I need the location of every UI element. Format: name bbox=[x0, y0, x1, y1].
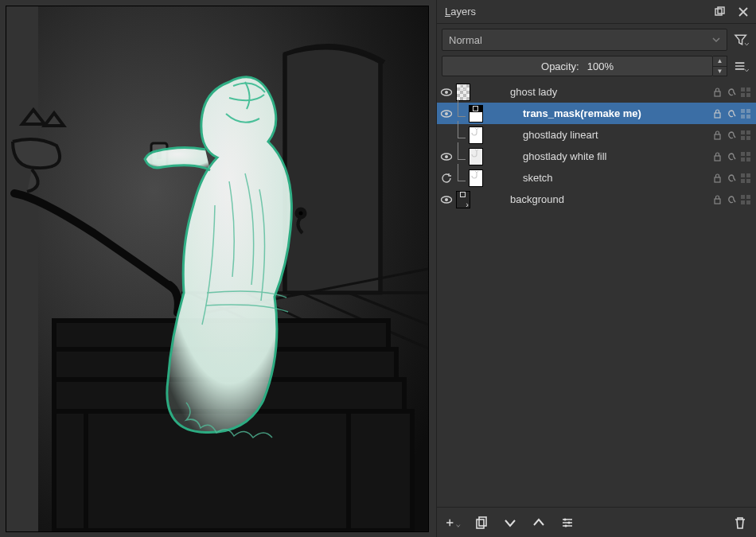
layer-visibility-toggle[interactable] bbox=[437, 86, 456, 99]
duplicate-layer-button[interactable] bbox=[473, 515, 489, 531]
lock-toggle[interactable] bbox=[710, 87, 724, 97]
svg-rect-43 bbox=[741, 173, 745, 177]
svg-point-48 bbox=[445, 198, 448, 201]
layer-decorator-icon bbox=[460, 84, 466, 90]
svg-rect-53 bbox=[746, 200, 750, 204]
lock-toggle[interactable] bbox=[710, 194, 724, 204]
filter-button[interactable] bbox=[734, 33, 750, 47]
layer-visibility-toggle[interactable] bbox=[437, 193, 456, 206]
reload-icon bbox=[441, 173, 452, 184]
delete-layer-button[interactable] bbox=[732, 515, 748, 531]
move-layer-up-button[interactable] bbox=[531, 515, 547, 531]
opacity-slider[interactable]: Opacity: 100% bbox=[442, 56, 713, 76]
layer-name[interactable]: sketch bbox=[504, 172, 710, 184]
thumbnail-mode-toggle[interactable] bbox=[738, 194, 753, 205]
close-icon bbox=[738, 6, 749, 18]
svg-rect-19 bbox=[741, 88, 745, 91]
svg-rect-46 bbox=[746, 179, 750, 183]
svg-point-58 bbox=[564, 524, 567, 527]
svg-rect-15 bbox=[718, 7, 724, 14]
close-panel-button[interactable] bbox=[735, 4, 751, 20]
svg-rect-41 bbox=[746, 158, 750, 161]
svg-rect-29 bbox=[746, 115, 750, 119]
layer-name[interactable]: ghost lady bbox=[504, 86, 710, 98]
alpha-inherit-toggle[interactable] bbox=[724, 194, 738, 205]
thumbnail-mode-toggle[interactable] bbox=[738, 108, 753, 119]
expand-chevron-icon[interactable]: › bbox=[466, 200, 469, 209]
spin-up-icon[interactable]: ▲ bbox=[713, 56, 727, 67]
svg-rect-55 bbox=[479, 517, 486, 526]
thumbnail-mode-toggle[interactable] bbox=[738, 130, 753, 141]
svg-rect-25 bbox=[715, 113, 720, 118]
lock-toggle[interactable] bbox=[710, 151, 724, 161]
svg-rect-50 bbox=[741, 195, 745, 199]
layer-reload-toggle[interactable] bbox=[437, 173, 456, 184]
alpha-inherit-toggle[interactable] bbox=[724, 173, 738, 184]
blend-mode-select[interactable]: Normal bbox=[442, 29, 727, 51]
artwork bbox=[6, 6, 428, 531]
alpha-inherit-toggle[interactable] bbox=[724, 151, 738, 162]
layer-visibility-toggle[interactable] bbox=[437, 107, 456, 120]
svg-rect-27 bbox=[746, 109, 750, 113]
svg-point-56 bbox=[563, 518, 566, 520]
lock-toggle[interactable] bbox=[710, 130, 724, 140]
layer-row[interactable]: trans_mask(remake me) bbox=[437, 103, 756, 124]
svg-rect-18 bbox=[715, 91, 720, 96]
float-icon bbox=[714, 6, 725, 18]
panel-menu-button[interactable] bbox=[734, 60, 750, 73]
svg-rect-34 bbox=[746, 136, 750, 140]
layer-row[interactable]: ⌄ghost lady bbox=[437, 81, 756, 103]
passthrough-icon bbox=[470, 126, 478, 138]
layer-name[interactable]: ghostlady lineart bbox=[504, 129, 710, 141]
canvas-viewport[interactable] bbox=[6, 6, 428, 531]
layer-decorator-icon bbox=[460, 192, 466, 197]
eye-icon bbox=[440, 86, 453, 99]
svg-rect-52 bbox=[741, 200, 745, 204]
add-layer-button[interactable] bbox=[445, 515, 461, 531]
layer-thumbnail[interactable] bbox=[456, 167, 504, 189]
float-panel-button[interactable] bbox=[711, 4, 727, 20]
panel-titlebar: Layers bbox=[437, 0, 756, 24]
alpha-inherit-toggle[interactable] bbox=[724, 87, 738, 98]
lock-toggle[interactable] bbox=[710, 108, 724, 119]
svg-rect-1 bbox=[6, 6, 38, 531]
svg-rect-20 bbox=[746, 88, 750, 91]
props-icon bbox=[560, 516, 575, 530]
passthrough-icon bbox=[470, 148, 478, 160]
trash-icon bbox=[733, 516, 747, 530]
svg-rect-44 bbox=[746, 173, 750, 177]
layer-list[interactable]: ⌄ghost ladytrans_mask(remake me)ghostlad… bbox=[437, 81, 756, 507]
alpha-inherit-toggle[interactable] bbox=[724, 108, 738, 119]
layer-row[interactable]: sketch bbox=[437, 167, 756, 189]
lock-toggle[interactable] bbox=[710, 173, 724, 183]
eye-icon bbox=[440, 193, 453, 206]
blend-mode-value: Normal bbox=[449, 34, 482, 46]
spin-down-icon[interactable]: ▼ bbox=[713, 67, 727, 76]
layer-properties-button[interactable] bbox=[559, 515, 575, 531]
alpha-inherit-toggle[interactable] bbox=[724, 130, 738, 141]
thumbnail-mode-toggle[interactable] bbox=[738, 87, 753, 98]
svg-rect-30 bbox=[715, 134, 720, 139]
layer-name[interactable]: trans_mask(remake me) bbox=[504, 107, 710, 119]
layers-panel: Layers Normal Opacity: 100% ▲ bbox=[436, 0, 756, 537]
layer-visibility-toggle[interactable] bbox=[437, 150, 456, 163]
svg-rect-42 bbox=[715, 177, 720, 182]
svg-point-24 bbox=[445, 112, 448, 115]
move-layer-down-button[interactable] bbox=[502, 515, 518, 531]
thumbnail-mode-toggle[interactable] bbox=[738, 173, 753, 184]
layer-row[interactable]: ghostlady white fill bbox=[437, 146, 756, 167]
svg-rect-45 bbox=[741, 179, 745, 183]
layer-row[interactable]: ›background bbox=[437, 189, 756, 210]
layer-name[interactable]: ghostlady white fill bbox=[504, 150, 710, 162]
canvas-area bbox=[0, 0, 436, 537]
down-icon bbox=[503, 516, 517, 530]
layer-name[interactable]: background bbox=[504, 193, 710, 205]
svg-rect-32 bbox=[746, 130, 750, 134]
opacity-row: Opacity: 100% ▲ ▼ bbox=[437, 56, 756, 81]
layer-thumbnail[interactable]: › bbox=[456, 189, 504, 210]
thumbnail-mode-toggle[interactable] bbox=[738, 151, 753, 162]
svg-rect-26 bbox=[741, 109, 745, 113]
layer-row[interactable]: ghostlady lineart bbox=[437, 124, 756, 146]
opacity-spinner[interactable]: ▲ ▼ bbox=[713, 56, 727, 76]
svg-rect-51 bbox=[746, 195, 750, 199]
